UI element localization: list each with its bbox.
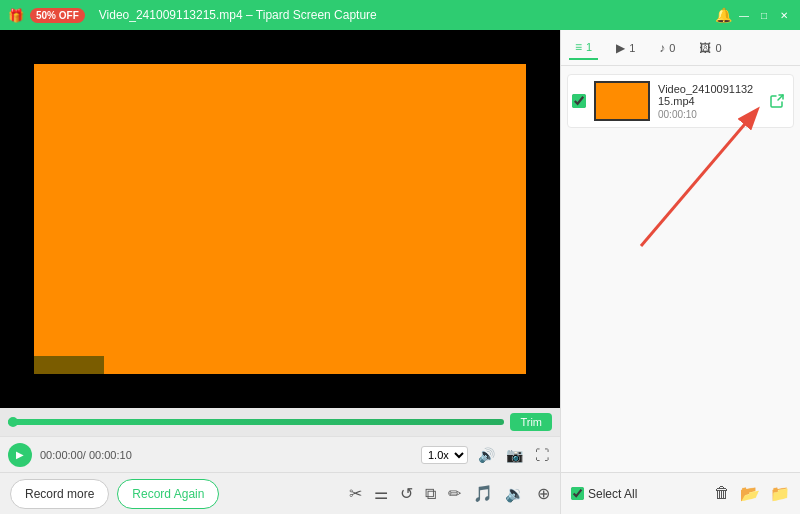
record-more-button[interactable]: Record more xyxy=(10,479,109,509)
audio-icon[interactable]: 🎵 xyxy=(473,484,493,503)
gift-icon: 🎁 xyxy=(8,8,24,23)
camera-icon[interactable]: 📷 xyxy=(504,445,524,465)
file-export-icon[interactable] xyxy=(765,89,789,113)
image-count: 0 xyxy=(715,42,721,54)
svg-line-1 xyxy=(641,111,756,246)
controls-bar: ▶ 00:00:00/ 00:00:10 1.0x 0.5x 1.5x 2.0x… xyxy=(0,436,560,472)
file-name: Video_241009113215.mp4 xyxy=(658,83,757,107)
video-area xyxy=(0,30,560,408)
titlebar: 🎁 50% OFF Video_241009113215.mp4 – Tipar… xyxy=(0,0,800,30)
refresh-icon[interactable]: ↺ xyxy=(400,484,413,503)
trim-button[interactable]: Trim xyxy=(510,413,552,431)
file-info: Video_241009113215.mp4 00:00:10 xyxy=(658,83,757,120)
music-icon: ♪ xyxy=(659,41,665,55)
scissors-icon[interactable]: ✂ xyxy=(349,484,362,503)
image-icon: 🖼 xyxy=(699,41,711,55)
select-all-checkbox[interactable] xyxy=(571,487,584,500)
fullscreen-icon[interactable]: ⛶ xyxy=(532,445,552,465)
file-list: Video_241009113215.mp4 00:00:10 xyxy=(561,66,800,472)
action-bar: Record more Record Again ✂ ⚌ ↺ ⧉ ✏ 🎵 🔉 ⊕ xyxy=(0,472,560,514)
timeline-bar: Trim xyxy=(0,408,560,436)
record-again-button[interactable]: Record Again xyxy=(117,479,219,509)
file-checkbox[interactable] xyxy=(572,94,586,108)
equalizer-icon[interactable]: ⚌ xyxy=(374,484,388,503)
list-icon: ≡ xyxy=(575,40,582,54)
time-display: 00:00:00/ 00:00:10 xyxy=(40,449,132,461)
folder-icon[interactable]: 📂 xyxy=(740,484,760,503)
right-tools: 🗑 📂 📁 xyxy=(714,484,790,503)
main-area: Trim ▶ 00:00:00/ 00:00:10 1.0x 0.5x 1.5x… xyxy=(0,30,800,514)
video-frame xyxy=(34,64,526,374)
edit-icon[interactable]: ✏ xyxy=(448,484,461,503)
more-icon[interactable]: ⊕ xyxy=(537,484,550,503)
minimize-button[interactable]: — xyxy=(736,7,752,23)
video-count: 1 xyxy=(586,41,592,53)
select-all-label: Select All xyxy=(588,487,637,501)
promo-badge: 50% OFF xyxy=(30,8,85,23)
tab-video[interactable]: ≡ 1 xyxy=(569,36,598,60)
play-icon: ▶ xyxy=(616,41,625,55)
right-panel: ≡ 1 ▶ 1 ♪ 0 🖼 0 Video_241009113215 xyxy=(560,30,800,514)
file-thumbnail xyxy=(594,81,650,121)
audio-count: 0 xyxy=(669,42,675,54)
tab-bar: ≡ 1 ▶ 1 ♪ 0 🖼 0 xyxy=(561,30,800,66)
titlebar-title: Video_241009113215.mp4 – Tipard Screen C… xyxy=(99,8,377,22)
video-bottom-bar xyxy=(34,356,104,374)
close-button[interactable]: ✕ xyxy=(776,7,792,23)
delete-icon[interactable]: 🗑 xyxy=(714,484,730,503)
left-panel: Trim ▶ 00:00:00/ 00:00:10 1.0x 0.5x 1.5x… xyxy=(0,30,560,514)
bottom-icons: ✂ ⚌ ↺ ⧉ ✏ 🎵 🔉 ⊕ xyxy=(349,484,550,503)
volume-icon[interactable]: 🔊 xyxy=(476,445,496,465)
bell-icon[interactable]: 🔔 xyxy=(715,7,732,23)
titlebar-left: 🎁 50% OFF Video_241009113215.mp4 – Tipar… xyxy=(8,8,377,23)
select-all-area: Select All xyxy=(571,487,637,501)
timeline-fill xyxy=(8,419,504,425)
timeline-handle[interactable] xyxy=(8,417,18,427)
speed-select[interactable]: 1.0x 0.5x 1.5x 2.0x xyxy=(421,446,468,464)
video2-count: 1 xyxy=(629,42,635,54)
folder2-icon[interactable]: 📁 xyxy=(770,484,790,503)
play-button[interactable]: ▶ xyxy=(8,443,32,467)
tab-audio[interactable]: ♪ 0 xyxy=(653,37,681,59)
sound-icon[interactable]: 🔉 xyxy=(505,484,525,503)
timeline-track[interactable] xyxy=(8,419,504,425)
copy-icon[interactable]: ⧉ xyxy=(425,485,436,503)
maximize-button[interactable]: □ xyxy=(756,7,772,23)
file-item: Video_241009113215.mp4 00:00:10 xyxy=(567,74,794,128)
titlebar-controls: 🔔 — □ ✕ xyxy=(715,7,792,23)
file-duration: 00:00:10 xyxy=(658,109,757,120)
tab-video2[interactable]: ▶ 1 xyxy=(610,37,641,59)
tab-image[interactable]: 🖼 0 xyxy=(693,37,727,59)
right-bottom-bar: Select All 🗑 📂 📁 xyxy=(561,472,800,514)
